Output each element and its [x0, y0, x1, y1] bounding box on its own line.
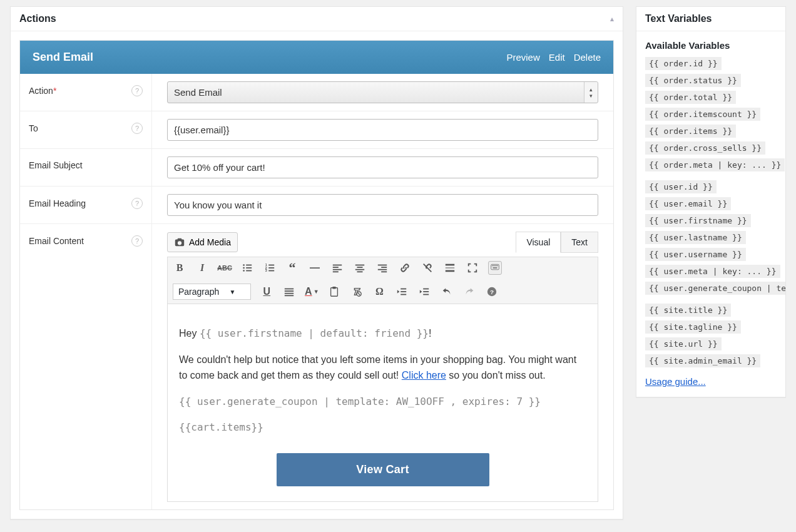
- svg-rect-30: [494, 265, 495, 266]
- var-token[interactable]: {{ user.id }}: [645, 180, 717, 193]
- hr-icon[interactable]: —: [308, 261, 322, 275]
- svg-text:?: ?: [490, 289, 494, 295]
- action-header-links: Preview Edit Delete: [506, 52, 601, 63]
- heading-input[interactable]: [167, 194, 598, 216]
- subject-input[interactable]: [167, 156, 598, 178]
- chevron-down-icon: ▼: [229, 289, 235, 295]
- greeting-token: {{ user.firstname | default: friend }}: [200, 327, 429, 339]
- cart-items-token: {{cart.items}}: [179, 419, 586, 436]
- editor-content[interactable]: Hey {{ user.firstname | default: friend …: [167, 304, 598, 502]
- var-token[interactable]: {{ order.itemscount }}: [645, 108, 760, 121]
- var-group-site: {{ site.title }} {{ site.tagline }} {{ s…: [645, 304, 777, 367]
- svg-rect-33: [493, 267, 498, 268]
- delete-link[interactable]: Delete: [574, 52, 601, 63]
- svg-rect-39: [333, 287, 336, 289]
- panel-collapse-icon[interactable]: ▴: [610, 14, 614, 23]
- svg-rect-26: [446, 270, 454, 272]
- tab-text[interactable]: Text: [561, 232, 598, 253]
- usage-guide-link[interactable]: Usage guide...: [645, 376, 706, 387]
- actions-panel-header[interactable]: Actions ▴: [11, 7, 623, 31]
- add-media-button[interactable]: Add Media: [167, 232, 238, 252]
- svg-rect-45: [423, 291, 429, 292]
- quote-icon[interactable]: “: [285, 261, 299, 275]
- svg-rect-18: [355, 269, 364, 270]
- help-icon[interactable]: ?: [131, 123, 143, 134]
- to-input[interactable]: [167, 119, 598, 141]
- svg-rect-20: [378, 265, 387, 266]
- help-icon[interactable]: ?: [131, 198, 143, 209]
- var-token[interactable]: {{ user.email }}: [645, 197, 731, 210]
- var-token[interactable]: {{ order.meta | key: ... }}: [645, 158, 785, 171]
- link-icon[interactable]: [398, 261, 412, 275]
- action-select[interactable]: Send Email: [167, 81, 598, 103]
- bold-icon[interactable]: B: [173, 261, 186, 275]
- bulleted-list-icon[interactable]: [240, 261, 254, 275]
- preview-link[interactable]: Preview: [506, 52, 539, 63]
- indent-icon[interactable]: [417, 285, 431, 299]
- var-token[interactable]: {{ order.id }}: [645, 57, 722, 70]
- svg-rect-17: [357, 267, 363, 268]
- var-token[interactable]: {{ site.admin_email }}: [645, 354, 760, 367]
- svg-rect-35: [285, 290, 293, 292]
- svg-rect-36: [285, 293, 293, 294]
- var-token[interactable]: {{ user.firstname }}: [645, 214, 751, 227]
- paragraph-select[interactable]: Paragraph ▼: [173, 284, 251, 300]
- svg-rect-3: [246, 267, 252, 269]
- available-variables-heading: Available Variables: [645, 40, 777, 51]
- svg-rect-19: [357, 271, 363, 272]
- help-toolbar-icon[interactable]: ?: [485, 285, 499, 299]
- align-right-icon[interactable]: [375, 261, 389, 275]
- var-token[interactable]: {{ user.lastname }}: [645, 231, 746, 244]
- align-center-icon[interactable]: [353, 261, 367, 275]
- text-variables-panel: Text Variables Available Variables {{ or…: [636, 6, 786, 397]
- var-token[interactable]: {{ user.username }}: [645, 248, 746, 261]
- svg-rect-11: [268, 270, 274, 272]
- numbered-list-icon[interactable]: 123: [263, 261, 277, 275]
- redo-icon[interactable]: [462, 285, 476, 299]
- click-here-link[interactable]: Click here: [402, 370, 446, 381]
- var-token[interactable]: {{ site.tagline }}: [645, 320, 741, 334]
- svg-text:3: 3: [265, 269, 267, 272]
- greeting-suffix: !: [429, 328, 431, 339]
- tab-visual[interactable]: Visual: [516, 232, 561, 253]
- var-token[interactable]: {{ order.cross_sells }}: [645, 141, 765, 155]
- text-variables-header[interactable]: Text Variables: [636, 7, 785, 31]
- svg-rect-24: [446, 264, 454, 266]
- required-indicator: *: [53, 86, 56, 96]
- var-token[interactable]: {{ order.status }}: [645, 74, 741, 87]
- justify-icon[interactable]: [282, 285, 296, 299]
- text-color-icon[interactable]: A▼: [305, 285, 319, 299]
- read-more-icon[interactable]: [443, 261, 457, 275]
- var-token[interactable]: {{ site.url }}: [645, 337, 722, 350]
- special-char-icon[interactable]: Ω: [372, 285, 386, 299]
- help-icon[interactable]: ?: [131, 85, 143, 96]
- outdent-icon[interactable]: [395, 285, 409, 299]
- toolbar-toggle-icon[interactable]: [488, 261, 502, 275]
- var-token[interactable]: {{ order.total }}: [645, 91, 736, 104]
- greeting-prefix: Hey: [179, 328, 200, 339]
- field-heading: Email Heading ?: [20, 186, 613, 223]
- svg-rect-43: [401, 294, 406, 295]
- edit-link[interactable]: Edit: [549, 52, 565, 63]
- view-cart-button[interactable]: View Cart: [277, 453, 489, 486]
- paste-text-icon[interactable]: [327, 285, 341, 299]
- align-left-icon[interactable]: [330, 261, 344, 275]
- var-token[interactable]: {{ user.meta | key: ... }}: [645, 265, 780, 278]
- help-icon[interactable]: ?: [131, 235, 143, 247]
- var-token[interactable]: {{ site.title }}: [645, 304, 731, 317]
- svg-rect-23: [381, 271, 387, 272]
- svg-rect-5: [246, 270, 252, 272]
- svg-rect-12: [333, 265, 342, 266]
- svg-rect-1: [246, 265, 252, 266]
- italic-icon[interactable]: I: [195, 261, 209, 275]
- svg-rect-14: [333, 269, 342, 270]
- svg-rect-21: [381, 267, 387, 268]
- undo-icon[interactable]: [440, 285, 454, 299]
- underline-icon[interactable]: U: [260, 285, 273, 299]
- var-token[interactable]: {{ order.items }}: [645, 125, 736, 138]
- var-token[interactable]: {{ user.generate_coupon | template: ... …: [645, 282, 785, 295]
- unlink-icon[interactable]: [421, 261, 434, 275]
- fullscreen-icon[interactable]: [466, 261, 479, 275]
- clear-formatting-icon[interactable]: [350, 285, 364, 299]
- strike-icon[interactable]: ABC: [218, 261, 232, 275]
